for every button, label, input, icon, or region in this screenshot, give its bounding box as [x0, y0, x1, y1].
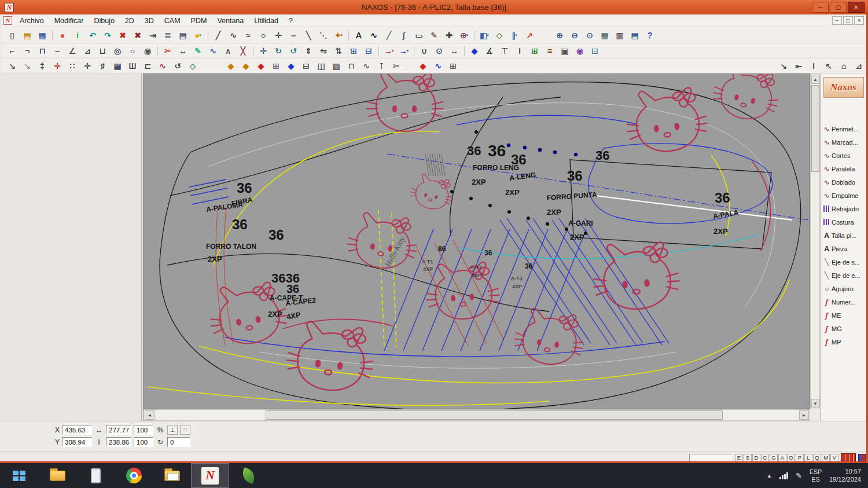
notch-icon[interactable]: ⊔ — [95, 45, 110, 57]
chamfer-icon[interactable]: ∠ — [65, 45, 80, 57]
draw-line-icon[interactable]: ╱ — [211, 29, 226, 42]
tool-perimet[interactable]: ∿Perimet... — [821, 122, 866, 135]
mdi-restore-button[interactable]: ▢ — [843, 16, 853, 25]
marker-c-icon[interactable]: ⊞ — [446, 60, 461, 72]
menu-dibujo[interactable]: Dibujo — [89, 15, 119, 27]
break-icon[interactable]: ╳ — [236, 45, 251, 57]
tool-talla-pi[interactable]: ATalla pi... — [821, 229, 866, 242]
zoom-v-field[interactable]: 100 — [134, 437, 153, 447]
draw-curve-icon[interactable]: ∿ — [226, 29, 241, 42]
red-cross-icon[interactable]: ✛ — [50, 60, 65, 72]
undo-icon[interactable]: ↶ — [85, 29, 100, 42]
mode-letter-v[interactable]: V — [830, 454, 838, 462]
stretch-icon[interactable]: ⇕ — [301, 45, 316, 57]
pin-blue-icon[interactable]: ◆ — [284, 60, 299, 72]
menu-pdm[interactable]: PDM — [186, 15, 212, 27]
i-beam-icon[interactable]: Ⅰ — [512, 45, 527, 57]
mdi-minimize-button[interactable]: ─ — [832, 16, 842, 25]
height-field[interactable]: 238.86 — [106, 437, 131, 447]
kite-icon[interactable]: ◇ — [185, 60, 200, 72]
mode-letter-l[interactable]: L — [804, 454, 812, 462]
zoom-window-icon[interactable]: ⊙ — [582, 29, 597, 42]
checker-icon[interactable]: ▥ — [329, 60, 344, 72]
tool-empalme[interactable]: ∿Empalme — [821, 189, 866, 202]
new-icon[interactable]: ▯ — [5, 29, 20, 42]
mode-letter-q[interactable]: Q — [813, 454, 821, 462]
naxos-taskbar-button[interactable]: N — [191, 463, 229, 488]
punch-icon[interactable]: ◎ — [110, 45, 125, 57]
pen-input-icon[interactable]: ✎ — [796, 471, 802, 480]
track-nw-icon[interactable]: ↖ — [821, 60, 836, 72]
menu-modificar[interactable]: Modificar — [49, 15, 89, 27]
minimize-button[interactable]: ─ — [812, 2, 829, 13]
start-button[interactable] — [0, 463, 38, 488]
mode-letter-o[interactable]: O — [787, 454, 795, 462]
zoom-out-icon[interactable]: ⊖ — [567, 29, 582, 42]
columns-icon[interactable]: ◫ — [314, 60, 329, 72]
smooth-curve-icon[interactable]: ∿ — [205, 45, 220, 57]
scroll-up-icon[interactable]: ▲ — [811, 75, 819, 84]
grid-points-button[interactable]: ∷ — [180, 425, 190, 435]
target-icon[interactable]: ⊕▾ — [457, 29, 472, 42]
pen-style-icon[interactable]: ●▾ — [190, 29, 205, 42]
trim-corner-icon[interactable]: ⊓ — [35, 45, 50, 57]
monitor-icon[interactable]: ▣ — [557, 45, 572, 57]
language-indicator[interactable]: ESP ES — [810, 468, 822, 483]
help-icon[interactable]: ? — [642, 29, 657, 42]
tool-numer[interactable]: ʃNumer... — [821, 295, 866, 309]
nail-se-icon[interactable]: ↘ — [5, 60, 20, 72]
track-se-icon[interactable]: ↘ — [776, 60, 791, 72]
width-field[interactable]: 277.77 — [106, 425, 131, 435]
seam-pair-icon[interactable]: ◆ — [223, 60, 238, 72]
cut-icon[interactable]: ✖ — [115, 29, 130, 42]
draw-point-icon[interactable]: ✛ — [271, 29, 286, 42]
red-jump-icon[interactable]: ↗ — [522, 29, 537, 42]
leaf-app-button[interactable] — [229, 463, 267, 488]
redo-icon[interactable]: ↷ — [100, 29, 115, 42]
menu-3d[interactable]: 3D — [139, 15, 159, 27]
angle-measure-icon[interactable]: ∡ — [482, 45, 497, 57]
sharp-icon[interactable]: ♯ — [95, 60, 110, 72]
tool-doblado[interactable]: ∿Doblado — [821, 175, 866, 189]
mode-letter-g[interactable]: G — [770, 454, 778, 462]
nail-se2-icon[interactable]: ↘ — [20, 60, 35, 72]
tool-me[interactable]: ʃME — [821, 309, 866, 322]
flagpole-icon[interactable]: ⊺ — [374, 60, 389, 72]
inspect-icon[interactable]: ⊙ — [432, 45, 447, 57]
horizontal-scrollbar[interactable]: ◄ ► — [144, 409, 810, 421]
arrow-red-icon[interactable]: →▾ — [381, 45, 396, 57]
menu-ventana[interactable]: Ventana — [212, 15, 249, 27]
mode-letter-a[interactable]: A — [778, 454, 786, 462]
redraw-icon[interactable]: ● — [55, 29, 70, 42]
join-icon[interactable]: ↔ — [175, 45, 190, 57]
print-icon[interactable]: ▤ — [175, 29, 190, 42]
tool-costura[interactable]: Costura — [821, 215, 866, 229]
open-icon[interactable]: ▤ — [20, 29, 35, 42]
t-square-icon[interactable]: ⊤ — [497, 45, 512, 57]
menu-archivo[interactable]: Archivo — [14, 15, 49, 27]
oval-icon[interactable]: ○ — [125, 45, 140, 57]
array-add-icon[interactable]: ⊞ — [346, 45, 361, 57]
green-table-icon[interactable]: ⊞ — [527, 45, 542, 57]
marker-b-icon[interactable]: ∿ — [431, 60, 446, 72]
parallel-lines-icon[interactable]: ∥▾ — [507, 29, 522, 42]
mode-letter-s[interactable]: S — [744, 454, 752, 462]
mode-letter-c[interactable]: C — [761, 454, 769, 462]
menu-utilidad[interactable]: Utilidad — [249, 15, 284, 27]
file-explorer-button[interactable] — [38, 463, 76, 488]
send-icon[interactable]: ⇥ — [145, 29, 160, 42]
print-preview-icon[interactable]: ▤ — [627, 29, 642, 42]
chrome-button[interactable] — [115, 463, 153, 488]
draw-circle-icon[interactable]: ○ — [256, 29, 271, 42]
pan-view-icon[interactable]: ↔ — [447, 45, 462, 57]
blue-diamond-tool-icon[interactable]: ◆ — [467, 45, 482, 57]
tool-marcad[interactable]: ∿Marcad... — [821, 135, 866, 149]
triangle-icon[interactable]: ⊿ — [80, 45, 95, 57]
freehand-icon[interactable]: ∫ — [396, 29, 411, 42]
drawing-canvas[interactable]: 3636363636363636363636368636362XP2XP2XP2… — [144, 74, 810, 409]
pin-line-icon[interactable]: ‡ — [35, 60, 50, 72]
clamp-icon[interactable]: ⊏ — [140, 60, 155, 72]
rotate-ccw-icon[interactable]: ↺ — [286, 45, 301, 57]
bulb-icon[interactable]: ◉ — [572, 45, 587, 57]
calc-grid-icon[interactable]: ⊞ — [269, 60, 284, 72]
